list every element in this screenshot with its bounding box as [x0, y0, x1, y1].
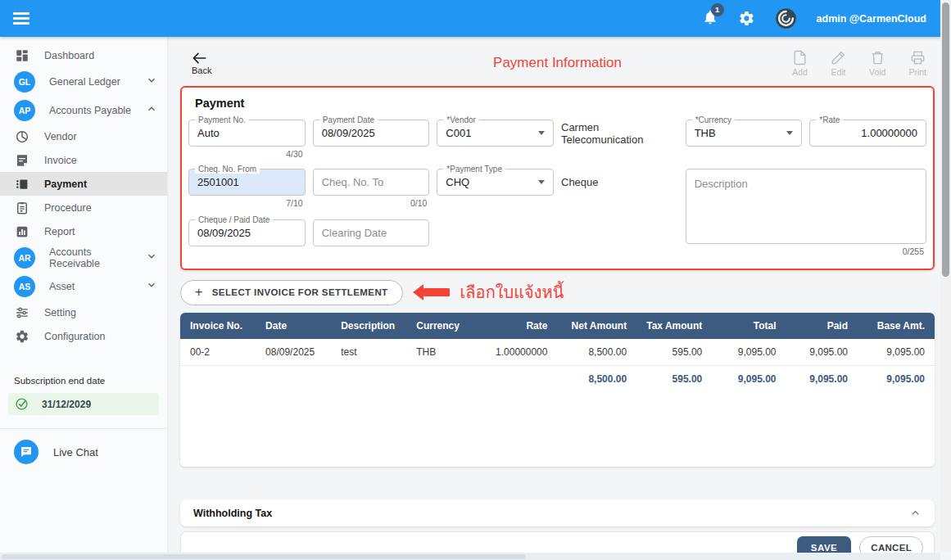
payment-icon — [14, 176, 30, 192]
sidebar-item-configuration[interactable]: Configuration — [0, 324, 167, 348]
back-label: Back — [192, 65, 211, 75]
void-label: Void — [869, 67, 885, 77]
col-date[interactable]: Date — [256, 313, 331, 339]
table-row[interactable]: 00-2 08/09/2025 test THB 1.00000000 8,50… — [180, 339, 935, 366]
clearing-date-field[interactable]: Clearing Date — [313, 219, 430, 246]
rate-field[interactable]: *Rate 1.00000000 — [809, 120, 926, 147]
vertical-scrollbar-thumb[interactable] — [942, 2, 949, 277]
currency-select[interactable]: *Currency THB — [686, 120, 803, 147]
vendor-value: C001 — [446, 127, 471, 139]
table-header-row: Invoice No. Date Description Currency Ra… — [180, 313, 935, 339]
col-base-amt[interactable]: Base Amt. — [858, 313, 935, 339]
edit-label: Edit — [831, 67, 845, 77]
void-button[interactable]: Void — [869, 50, 885, 77]
currency-label: *Currency — [692, 115, 735, 124]
vertical-scrollbar[interactable] — [940, 0, 951, 553]
col-rate[interactable]: Rate — [474, 313, 557, 339]
sidebar-label: Setting — [44, 307, 76, 318]
payment-type-name-text: Cheque — [561, 169, 678, 196]
edit-button[interactable]: Edit — [831, 50, 846, 77]
payment-form-grid: Payment No. Auto 4/30 Payment Date 08/09… — [188, 120, 927, 267]
sidebar-item-invoice[interactable]: Invoice — [0, 148, 167, 172]
sidebar-item-dashboard[interactable]: Dashboard — [0, 43, 167, 67]
sidebar-item-report[interactable]: Report — [0, 219, 167, 243]
dropdown-caret-icon — [538, 180, 545, 184]
rate-value: 1.00000000 — [861, 127, 917, 139]
annotation-thai-text: เลือกใบแจ้งหนี้ — [460, 279, 564, 305]
chevron-down-icon — [146, 279, 157, 293]
sidebar-label: General Ledger — [49, 76, 120, 88]
carmen-logo-icon[interactable] — [775, 7, 797, 29]
chevron-down-icon — [146, 75, 157, 88]
procedure-icon — [14, 200, 30, 216]
description-textarea[interactable]: Description — [686, 169, 926, 244]
total-base-amt: 9,095.00 — [858, 366, 935, 393]
cheq-no-to-field[interactable]: Cheq. No. To — [313, 169, 430, 196]
sidebar-item-accounts-payable[interactable]: AP Accounts Payable — [0, 96, 167, 124]
subscription-date-value: 31/12/2029 — [42, 399, 91, 410]
hamburger-menu-icon[interactable] — [13, 10, 29, 28]
payment-type-select[interactable]: *Payment Type CHQ — [437, 169, 554, 196]
subscription-end-date-label: Subscription end date — [8, 376, 159, 386]
cell-invoice-no: 00-2 — [180, 339, 256, 366]
sidebar-item-asset[interactable]: AS Asset — [0, 272, 167, 300]
chat-icon — [14, 440, 38, 464]
sidebar-item-procedure[interactable]: Procedure — [0, 196, 167, 219]
cheq-no-from-field[interactable]: Cheq. No. From 2501001 — [188, 169, 306, 196]
print-button[interactable]: Print — [908, 50, 926, 77]
cheque-paid-date-field[interactable]: Cheque / Paid Date 08/09/2025 — [188, 219, 306, 246]
live-chat-label: Live Chat — [53, 446, 98, 458]
sidebar-item-vendor[interactable]: Vendor — [0, 124, 167, 148]
page-title: Payment Information — [493, 55, 622, 71]
payment-form-card: Payment Payment No. Auto 4/30 Payment Da… — [180, 86, 935, 270]
horizontal-scrollbar[interactable] — [0, 553, 940, 560]
payment-type-label: *Payment Type — [443, 165, 505, 174]
cell-description: test — [331, 339, 406, 366]
vendor-name-text: Carmen Telecomunication — [561, 120, 678, 147]
sidebar-item-accounts-receivable[interactable]: AR Accounts Receivable — [0, 243, 167, 272]
cheq-no-from-label: Cheq. No. From — [195, 165, 260, 174]
cell-base-amt: 9,095.00 — [858, 339, 935, 366]
add-button[interactable]: Add — [792, 50, 808, 77]
col-invoice-no[interactable]: Invoice No. — [180, 313, 256, 339]
cheq-no-to-counter: 0/10 — [313, 196, 430, 208]
col-net-amount[interactable]: Net Amount — [557, 313, 636, 339]
cheque-paid-date-label: Cheque / Paid Date — [195, 215, 273, 224]
withholding-tax-card: Withholding Tax — [180, 499, 935, 526]
collapse-chevron-up-icon[interactable] — [909, 507, 922, 519]
main-content: Back Payment Information Add Edit Void — [167, 37, 951, 553]
col-paid[interactable]: Paid — [786, 313, 858, 339]
col-total[interactable]: Total — [712, 313, 786, 339]
horizontal-scrollbar-thumb[interactable] — [2, 554, 526, 559]
live-chat-button[interactable]: Live Chat — [0, 429, 167, 475]
select-invoice-settlement-button[interactable]: + SELECT INVOICE FOR SETTLEMENT — [180, 280, 403, 305]
col-currency[interactable]: Currency — [406, 313, 474, 339]
sidebar-label: Vendor — [44, 131, 77, 142]
sidebar-item-setting[interactable]: Setting — [0, 300, 167, 324]
notifications-button[interactable]: 1 — [702, 9, 718, 29]
total-net-amount: 8,500.00 — [557, 366, 636, 393]
settings-gear-icon[interactable] — [738, 10, 755, 27]
cell-tax-amount: 595.00 — [636, 339, 712, 366]
payment-date-field[interactable]: Payment Date 08/09/2025 — [313, 120, 430, 147]
chevron-down-icon — [146, 251, 157, 264]
total-total: 9,095.00 — [712, 366, 786, 393]
configuration-gear-icon — [14, 328, 30, 345]
report-icon — [14, 224, 30, 240]
col-description[interactable]: Description — [331, 313, 406, 339]
chevron-up-icon — [146, 103, 157, 117]
sidebar-item-general-ledger[interactable]: GL General Ledger — [0, 67, 167, 96]
col-tax-amount[interactable]: Tax Amount — [636, 313, 712, 339]
sidebar-item-payment[interactable]: Payment — [0, 172, 167, 196]
payment-no-field[interactable]: Payment No. Auto — [188, 120, 306, 147]
notification-badge: 1 — [711, 3, 724, 16]
gl-avatar: GL — [14, 71, 35, 93]
user-account-label[interactable]: admin @CarmenCloud — [817, 13, 926, 25]
annotation-arrow-icon — [423, 288, 450, 296]
vendor-icon — [14, 129, 30, 145]
vendor-select[interactable]: *Vendor C001 — [437, 120, 554, 147]
cheque-paid-date-value: 08/09/2025 — [197, 227, 251, 239]
cheq-no-to-placeholder: Cheq. No. To — [322, 176, 384, 188]
cell-rate: 1.00000000 — [474, 339, 557, 366]
back-button[interactable]: Back — [192, 52, 211, 75]
